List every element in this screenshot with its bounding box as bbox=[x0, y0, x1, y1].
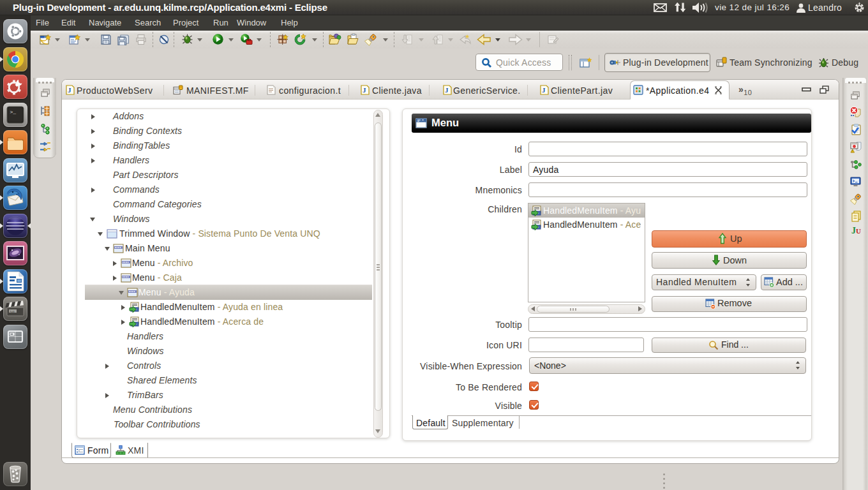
svg-text:J: J bbox=[445, 86, 449, 94]
svg-text:!: ! bbox=[852, 150, 853, 153]
svg-text:>_: >_ bbox=[10, 109, 17, 115]
svg-text:J: J bbox=[363, 86, 366, 94]
svg-text:J: J bbox=[542, 86, 546, 94]
svg-text:J: J bbox=[68, 86, 71, 94]
svg-text:7uG: 7uG bbox=[10, 310, 15, 313]
